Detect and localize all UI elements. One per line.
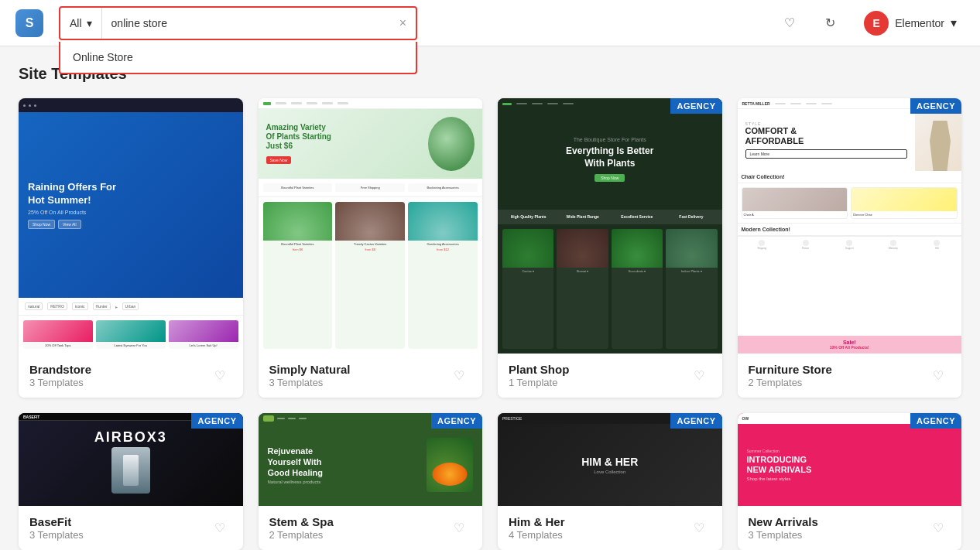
user-avatar: E — [864, 11, 889, 36]
like-button[interactable]: ♡ — [687, 364, 711, 388]
template-name: Brandstore — [29, 363, 91, 376]
chevron-down-icon: ▾ — [87, 17, 92, 29]
like-button[interactable]: ♡ — [207, 516, 232, 541]
template-preview-plant-shop: AGENCY The Boutique Store For Plants Eve… — [498, 98, 722, 354]
template-footer-him-her: Him & Her 4 Templates ♡ — [498, 506, 722, 550]
template-card-stem-spa[interactable]: AGENCY RejuvenateYourself WithGood Heali… — [259, 413, 483, 550]
template-count: 3 Templates — [29, 529, 84, 541]
template-name: Him & Her — [509, 515, 565, 528]
template-grid-top: Raining Offers ForHot Summer! 25% Off On… — [19, 98, 961, 398]
template-count: 3 Templates — [269, 377, 351, 388]
template-footer-new-arrivals: New Arrivals 3 Templates ♡ — [738, 506, 962, 550]
heart-icon: ♡ — [784, 15, 795, 30]
search-suggestion-item[interactable]: Online Store — [60, 42, 416, 73]
elementor-user-menu[interactable]: E Elementor ▾ — [856, 8, 965, 39]
agency-badge: AGENCY — [191, 413, 242, 429]
header-actions: ♡ ↻ E Elementor ▾ — [776, 8, 965, 39]
template-preview-him-her: AGENCY PRESTIGE HIM & HER Love Collectio… — [498, 413, 722, 506]
template-count: 2 Templates — [749, 377, 832, 388]
template-footer-stem-spa: Stem & Spa 2 Templates ♡ — [259, 506, 483, 550]
agency-badge: AGENCY — [431, 413, 482, 429]
template-card-basefit[interactable]: AGENCY BASEFIT AIRBOX3 BaseFit — [19, 413, 243, 550]
template-card-brandstore[interactable]: Raining Offers ForHot Summer! 25% Off On… — [19, 98, 243, 398]
agency-badge: AGENCY — [910, 413, 961, 429]
template-name: Furniture Store — [749, 363, 832, 376]
agency-badge: AGENCY — [670, 413, 721, 429]
preview-btn1: Shop Now — [28, 220, 55, 229]
template-footer-furniture-store: Furniture Store 2 Templates ♡ — [738, 354, 962, 398]
template-preview-stem-spa: AGENCY RejuvenateYourself WithGood Heali… — [259, 413, 483, 506]
template-preview-basefit: AGENCY BASEFIT AIRBOX3 — [19, 413, 243, 506]
search-clear-button[interactable]: × — [390, 16, 416, 30]
template-footer-basefit: BaseFit 3 Templates ♡ — [19, 506, 243, 550]
like-button[interactable]: ♡ — [926, 516, 951, 541]
refresh-icon: ↻ — [825, 15, 835, 30]
template-preview-simply-natural: Amazing VarietyOf Plants StartingJust $6… — [259, 98, 483, 354]
template-count: 2 Templates — [269, 529, 334, 541]
search-box: All ▾ × — [59, 6, 417, 40]
app-logo: S — [15, 9, 43, 37]
preview-hero-title: Raining Offers ForHot Summer! — [28, 181, 116, 207]
template-name: Simply Natural — [269, 363, 351, 376]
template-name: Plant Shop — [509, 363, 569, 376]
refresh-button[interactable]: ↻ — [816, 9, 844, 37]
template-count: 4 Templates — [509, 529, 565, 541]
template-card-him-her[interactable]: AGENCY PRESTIGE HIM & HER Love Collectio… — [498, 413, 722, 550]
like-button[interactable]: ♡ — [926, 364, 951, 388]
template-card-furniture-store[interactable]: AGENCY RETTA MILLER STYLE COMFORT &AFFOR… — [738, 98, 962, 398]
search-filter-dropdown[interactable]: All ▾ — [60, 8, 102, 39]
template-footer-brandstore: Brandstore 3 Templates ♡ — [19, 354, 243, 398]
like-button[interactable]: ♡ — [447, 516, 471, 541]
preview-btn2: View All — [58, 220, 81, 229]
template-footer-plant-shop: Plant Shop 1 Template ♡ — [498, 354, 722, 398]
template-preview-new-arrivals: AGENCY OW Summer Collection INTRODUCINGN… — [738, 413, 962, 506]
template-preview-furniture-store: AGENCY RETTA MILLER STYLE COMFORT &AFFOR… — [738, 98, 962, 354]
main-content: Site Templates Raining Offers ForHot Sum… — [0, 46, 980, 550]
template-card-new-arrivals[interactable]: AGENCY OW Summer Collection INTRODUCINGN… — [738, 413, 962, 550]
template-name: Stem & Spa — [269, 515, 334, 528]
search-dropdown: Online Store — [59, 42, 417, 74]
template-card-plant-shop[interactable]: AGENCY The Boutique Store For Plants Eve… — [498, 98, 722, 398]
agency-badge: AGENCY — [910, 98, 961, 114]
agency-badge: AGENCY — [670, 98, 721, 114]
template-footer-simply-natural: Simply Natural 3 Templates ♡ — [259, 354, 483, 398]
favorites-button[interactable]: ♡ — [776, 9, 804, 37]
template-name: BaseFit — [29, 515, 84, 528]
header: S All ▾ × Online Store ♡ ↻ E Ele — [0, 0, 980, 46]
template-count: 3 Templates — [749, 529, 818, 541]
like-button[interactable]: ♡ — [687, 516, 711, 541]
template-card-simply-natural[interactable]: Amazing VarietyOf Plants StartingJust $6… — [259, 98, 483, 398]
like-button[interactable]: ♡ — [447, 364, 471, 388]
preview-hero-sub: 25% Off On All Products — [28, 210, 86, 215]
template-count: 3 Templates — [29, 377, 91, 388]
template-name: New Arrivals — [749, 515, 818, 528]
chevron-down-icon: ▾ — [951, 15, 957, 30]
like-button[interactable]: ♡ — [207, 364, 232, 388]
template-grid-bottom: AGENCY BASEFIT AIRBOX3 BaseFit — [19, 413, 961, 550]
filter-label: All — [70, 17, 82, 29]
search-input[interactable] — [102, 8, 390, 39]
search-area: All ▾ × Online Store — [59, 6, 417, 40]
template-preview-brandstore: Raining Offers ForHot Summer! 25% Off On… — [19, 98, 243, 354]
elementor-label: Elementor — [895, 17, 944, 29]
template-count: 1 Template — [509, 377, 569, 388]
